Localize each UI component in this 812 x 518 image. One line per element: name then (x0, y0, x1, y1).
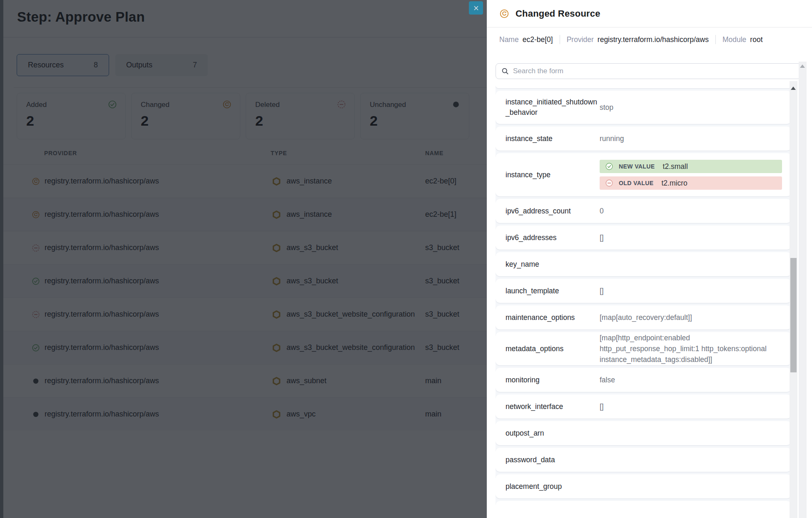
attribute-value: [] (600, 285, 783, 296)
scroll-up-icon[interactable] (791, 87, 796, 90)
attribute-key: ipv6_address_count (506, 206, 600, 216)
attribute-value: running (600, 133, 783, 144)
attribute-value: [map[http_endpoint:enabled http_put_resp… (600, 332, 783, 365)
meta-label: Provider (567, 35, 594, 44)
attribute-row: maintenance_options [map[auto_recovery:d… (496, 305, 791, 330)
new-value-bar: NEW VALUE t2.small (600, 160, 782, 173)
meta-value: registry.terraform.io/hashicorp/aws (598, 35, 709, 44)
search-icon (501, 67, 509, 75)
changed-refresh-icon (499, 9, 509, 19)
list-scrollbar[interactable] (790, 81, 797, 518)
attribute-row: outpost_arn (496, 421, 791, 445)
search-input[interactable] (513, 67, 796, 75)
scrollbar-thumb[interactable] (790, 258, 797, 372)
meta-label: Name (499, 35, 519, 44)
attribute-key: key_name (506, 259, 600, 270)
attribute-key: network_interface (506, 402, 600, 412)
attribute-value: stop (600, 102, 783, 113)
resource-meta: Name ec2-be[0] Provider registry.terrafo… (499, 35, 763, 44)
new-value-label: NEW VALUE (619, 163, 655, 170)
attribute-row-partial (496, 501, 791, 518)
old-value: t2.micro (661, 179, 687, 188)
resource-drawer: Changed Resource Name ec2-be[0] Provider… (487, 0, 812, 518)
form-search (496, 63, 801, 79)
attribute-key: maintenance_options (506, 312, 600, 323)
attribute-row: network_interface [] (496, 394, 791, 419)
attribute-key: launch_template (506, 286, 600, 296)
drawer-scrollbar[interactable] (799, 62, 807, 518)
meta-value: ec2-be[0] (523, 35, 553, 44)
divider (560, 35, 560, 44)
divider (715, 35, 716, 44)
attribute-list: instance_initiated_shutdown_behavior sto… (496, 85, 791, 518)
attribute-key: outpost_arn (506, 428, 600, 439)
attribute-row: key_name (496, 252, 791, 276)
attribute-value: 0 (600, 206, 783, 216)
attribute-row: metadata_options [map[http_endpoint:enab… (496, 332, 791, 365)
attribute-key: instance_type (506, 170, 600, 180)
attribute-key: instance_initiated_shutdown_behavior (506, 97, 600, 118)
attribute-key: instance_state (506, 134, 600, 144)
attribute-row-partial (496, 85, 791, 88)
attribute-key: metadata_options (506, 344, 600, 354)
attribute-key: ipv6_addresses (506, 233, 600, 243)
close-icon (473, 5, 479, 11)
minus-circle-icon (605, 179, 613, 187)
attribute-row: monitoring false (496, 368, 791, 392)
attribute-row: password_data (496, 448, 791, 472)
attribute-row: launch_template [] (496, 279, 791, 303)
attribute-value: [map[auto_recovery:default]] (600, 312, 783, 323)
attribute-key: password_data (506, 455, 600, 465)
old-value-label: OLD VALUE (619, 180, 653, 186)
new-value: t2.small (663, 162, 688, 171)
attribute-value: false (600, 374, 783, 385)
drawer-header: Changed Resource (487, 0, 812, 27)
drawer-title: Changed Resource (516, 8, 600, 19)
close-drawer-button[interactable] (469, 1, 483, 15)
old-value-bar: OLD VALUE t2.micro (600, 176, 782, 190)
attribute-row: placement_group (496, 474, 791, 498)
value-diff: NEW VALUE t2.small OLD VALUE t2.micro (600, 160, 783, 190)
meta-value: root (750, 35, 762, 44)
attribute-row: ipv6_address_count 0 (496, 199, 791, 223)
attribute-key: monitoring (506, 375, 600, 385)
attribute-key: placement_group (506, 481, 600, 492)
attribute-row-diff: instance_type NEW VALUE t2.small OLD VAL… (496, 153, 791, 196)
meta-label: Module (722, 35, 746, 44)
attribute-row: ipv6_addresses [] (496, 226, 791, 250)
scroll-up-icon[interactable] (800, 64, 805, 68)
attribute-value: [] (600, 232, 783, 243)
attribute-value: [] (600, 401, 783, 412)
check-circle-icon (605, 162, 613, 171)
attribute-row: instance_state running (496, 126, 791, 151)
attribute-row: instance_initiated_shutdown_behavior sto… (496, 91, 791, 124)
